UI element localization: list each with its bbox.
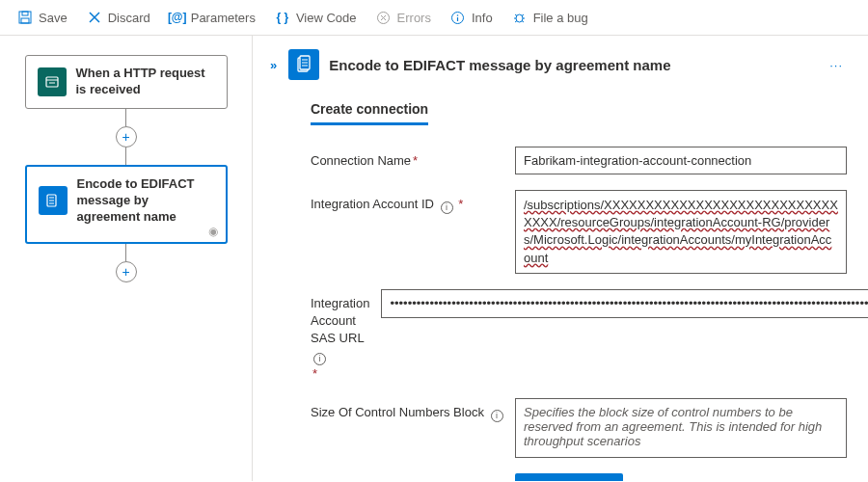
- integration-account-id-input[interactable]: /subscriptions/XXXXXXXXXXXXXXXXXXXXXXXXX…: [515, 190, 847, 274]
- errors-icon: [376, 10, 392, 25]
- sas-url-input[interactable]: ••••••••••••••••••••••••••••••••••••••••…: [381, 289, 868, 318]
- parameters-button[interactable]: [@] Parameters: [162, 6, 263, 29]
- add-step-button[interactable]: +: [116, 261, 137, 282]
- trigger-node-label: When a HTTP request is received: [76, 66, 215, 98]
- bug-icon: [512, 10, 528, 25]
- save-icon: [17, 10, 33, 25]
- connector-line: [125, 147, 126, 165]
- save-button[interactable]: Save: [10, 6, 75, 29]
- svg-line-16: [515, 20, 517, 22]
- view-code-button[interactable]: { } View Code: [267, 6, 365, 29]
- svg-rect-18: [46, 77, 58, 87]
- info-icon[interactable]: i: [491, 410, 503, 422]
- errors-button[interactable]: Errors: [368, 6, 439, 29]
- info-button[interactable]: Info: [443, 6, 501, 29]
- parameters-label: Parameters: [191, 11, 256, 25]
- discard-icon: [87, 10, 102, 25]
- edifact-action-icon: [39, 186, 68, 215]
- designer-canvas: When a HTTP request is received + Encode…: [0, 36, 253, 481]
- action-config-panel: » Encode to EDIFACT message by agreement…: [253, 36, 868, 481]
- toolbar: Save Discard [@] Parameters { } View Cod…: [0, 0, 868, 36]
- save-label: Save: [39, 11, 68, 25]
- connection-name-input[interactable]: [515, 147, 847, 174]
- panel-more-button[interactable]: ···: [826, 54, 847, 76]
- info-icon[interactable]: i: [313, 353, 326, 365]
- trigger-node[interactable]: When a HTTP request is received: [25, 55, 228, 109]
- errors-label: Errors: [397, 11, 431, 25]
- edifact-panel-icon: [288, 49, 319, 80]
- svg-rect-1: [22, 12, 28, 15]
- tab-create-connection[interactable]: Create connection: [311, 101, 428, 125]
- info-label: Info: [472, 11, 493, 25]
- svg-line-14: [515, 14, 517, 16]
- file-bug-label: File a bug: [533, 11, 588, 25]
- sas-url-label: Integration Account SAS URL i *: [311, 289, 369, 384]
- discard-label: Discard: [108, 11, 150, 25]
- create-new-button[interactable]: Create New: [515, 473, 623, 481]
- panel-title: Encode to EDIFACT message by agreement n…: [329, 57, 816, 73]
- connector-line: [125, 109, 126, 126]
- file-bug-button[interactable]: File a bug: [504, 6, 596, 29]
- code-icon: { }: [275, 10, 290, 25]
- view-code-label: View Code: [296, 11, 357, 25]
- info-icon[interactable]: i: [441, 201, 453, 214]
- block-size-input[interactable]: Specifies the block size of control numb…: [515, 398, 847, 458]
- block-size-label: Size Of Control Numbers Block i: [311, 398, 503, 422]
- info-icon: [450, 10, 466, 25]
- connection-name-label: Connection Name*: [311, 147, 503, 170]
- add-step-button[interactable]: +: [116, 126, 137, 147]
- action-node[interactable]: Encode to EDIFACT message by agreement n…: [25, 165, 228, 245]
- svg-line-15: [522, 14, 524, 16]
- svg-rect-2: [21, 18, 29, 23]
- parameters-icon: [@]: [170, 10, 185, 25]
- discard-button[interactable]: Discard: [79, 6, 158, 29]
- collapse-panel-button[interactable]: »: [266, 56, 279, 74]
- action-node-label: Encode to EDIFACT message by agreement n…: [77, 176, 214, 226]
- svg-line-17: [522, 20, 524, 22]
- http-trigger-icon: [38, 67, 67, 96]
- svg-point-9: [457, 14, 459, 16]
- preview-icon: ◉: [208, 225, 218, 238]
- integration-account-id-label: Integration Account ID i *: [311, 190, 503, 214]
- connector-line: [125, 244, 126, 261]
